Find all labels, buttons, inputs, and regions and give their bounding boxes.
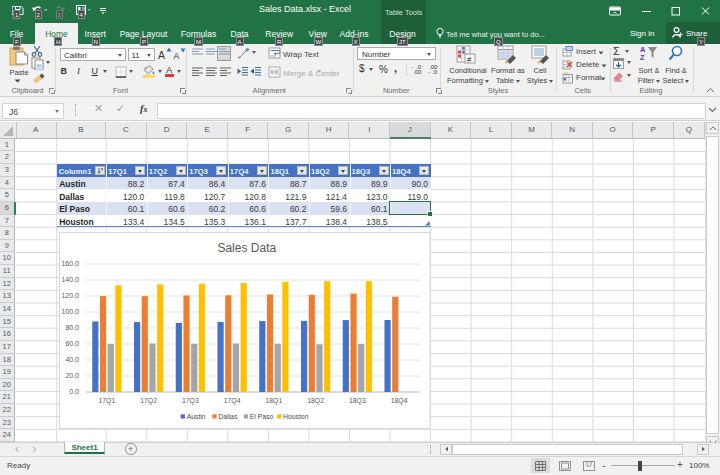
svg-text:17Q2: 17Q2	[140, 397, 157, 405]
svg-text:Sales Data: Sales Data	[217, 241, 276, 255]
svg-text:100.0: 100.0	[61, 308, 79, 315]
svg-text:20.0: 20.0	[65, 372, 79, 379]
svg-text:120.0: 120.0	[61, 292, 79, 299]
svg-text:18Q4: 18Q4	[391, 397, 408, 405]
svg-text:40.0: 40.0	[65, 356, 79, 363]
svg-text:17Q3: 17Q3	[182, 397, 199, 405]
svg-text:60.0: 60.0	[65, 340, 79, 347]
svg-text:Dallas: Dallas	[218, 413, 237, 420]
svg-text:Houston: Houston	[283, 413, 309, 420]
svg-text:17Q4: 17Q4	[224, 397, 241, 405]
svg-text:Austin: Austin	[187, 413, 206, 420]
svg-text:0.0: 0.0	[69, 388, 79, 395]
svg-text:18Q3: 18Q3	[349, 397, 366, 405]
svg-text:17Q1: 17Q1	[99, 397, 116, 405]
svg-text:El Paso: El Paso	[250, 413, 274, 420]
svg-text:160.0: 160.0	[61, 260, 79, 267]
svg-text:80.0: 80.0	[65, 324, 79, 331]
svg-text:140.0: 140.0	[61, 276, 79, 283]
svg-text:18Q2: 18Q2	[307, 397, 324, 405]
svg-text:18Q1: 18Q1	[266, 397, 283, 405]
